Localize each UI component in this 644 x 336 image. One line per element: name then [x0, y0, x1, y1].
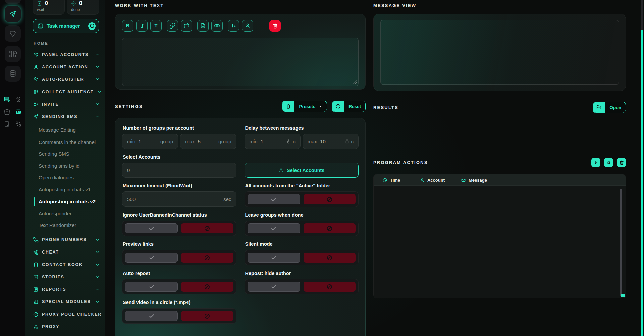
accounts-count-input[interactable]: 0 — [122, 163, 236, 178]
code-window-icon[interactable] — [15, 108, 22, 115]
rail-item-database[interactable] — [5, 66, 21, 82]
table-resize-handle[interactable] — [621, 294, 625, 297]
server-check-icon[interactable] — [4, 96, 10, 103]
open-results-button[interactable]: Open — [593, 102, 626, 113]
repeat-button[interactable] — [181, 20, 192, 32]
modules-icon — [33, 299, 39, 305]
sidebar-item-auto-register[interactable]: AUTO-REGISTER — [33, 73, 105, 86]
task-counters: 0 wait 0 done — [33, 0, 105, 15]
sidebar-subitem-autoresponder[interactable]: Autoresponder — [39, 208, 105, 220]
link-button[interactable] — [167, 20, 178, 32]
toggle-on-option[interactable] — [248, 223, 300, 233]
toggle-on-option[interactable] — [248, 194, 300, 204]
field-unit: group — [218, 138, 231, 144]
toggle-on-option[interactable] — [125, 223, 178, 233]
resize-handle-icon[interactable] — [353, 80, 357, 84]
doc-check-icon[interactable] — [4, 121, 10, 127]
on-off-toggle — [122, 250, 236, 265]
rail-item-hidden-top[interactable] — [5, 0, 21, 4]
sidebar-subitem-text-randomizer[interactable]: Text Randomizer — [39, 219, 105, 231]
done-counter-value: 0 — [79, 0, 82, 6]
groups-min-input[interactable]: min 1 group — [122, 134, 178, 149]
toggle-off-option[interactable] — [181, 223, 233, 233]
toggle-off-option[interactable] — [181, 253, 233, 263]
robot-button[interactable] — [211, 20, 223, 32]
play-button[interactable] — [591, 158, 600, 167]
delay-max-input[interactable]: max 10 c — [303, 134, 359, 149]
text-format-button[interactable] — [228, 20, 239, 32]
toggle-off-option[interactable] — [304, 253, 356, 263]
toggle-on-option[interactable] — [125, 282, 178, 292]
rail-item-commands[interactable] — [5, 46, 21, 62]
sidebar-item-invite[interactable]: INVITE — [33, 98, 105, 110]
sidebar-subitem-comments-in-the-channel[interactable]: Comments in the channel — [39, 136, 105, 148]
italic-button[interactable]: I — [136, 20, 148, 32]
sidebar-item-cheat[interactable]: CHEAT — [33, 246, 105, 259]
sidebar-subitem-message-editing[interactable]: Message Editing — [39, 124, 105, 136]
field-unit: group — [160, 138, 173, 144]
toggle-off-option[interactable] — [181, 311, 233, 321]
sidebar-item-special-modules[interactable]: SPECIAL MODULES — [33, 296, 105, 308]
sidebar-subitem-sending-sms[interactable]: Sending SMS — [39, 148, 105, 160]
task-manager-button[interactable]: Task manager — [33, 19, 99, 33]
webcam-icon[interactable] — [15, 96, 22, 103]
file-add-button[interactable] — [197, 20, 209, 32]
sidebar-subitem-sending-sms-by-id[interactable]: Sending sms by id — [39, 160, 105, 172]
stop-button[interactable] — [604, 158, 613, 167]
bold-button[interactable]: B — [122, 20, 133, 32]
rail-utility-grid — [4, 96, 22, 127]
rail-item-sender[interactable] — [5, 6, 21, 22]
settings-header-row: SETTINGS Presets Reset — [115, 101, 366, 112]
page-scrollbar-track[interactable] — [641, 0, 643, 336]
toggle-off-option[interactable] — [304, 223, 356, 233]
gear-icon[interactable] — [4, 108, 10, 115]
field-value: 1 — [261, 138, 263, 144]
rotate-ccw-icon — [332, 101, 344, 112]
toggle-on-option[interactable] — [248, 282, 300, 292]
user-icon — [245, 23, 251, 29]
table-scrollbar[interactable] — [620, 189, 622, 296]
delete-text-button[interactable] — [269, 20, 281, 32]
sidebar-item-label: PHONE NUMBERS — [42, 237, 92, 242]
sidebar-item-label: ACCOUNT ACTION — [42, 65, 92, 69]
sidebar-item-label: COLLECT AUDIENCE — [42, 90, 94, 94]
toggle-on-option[interactable] — [125, 253, 178, 263]
sidebar-item-account-action[interactable]: ACCOUNT ACTION — [33, 61, 105, 73]
right-column: MESSAGE VIEW RESULTS Open PROGRAM ACTION… — [373, 3, 626, 336]
sidebar-item-proxy[interactable]: PROXY — [33, 321, 105, 333]
reset-button[interactable]: Reset — [332, 101, 366, 112]
sidebar-subitem-autoposting-in-chats-v2[interactable]: Autoposting in chats v2 — [39, 195, 105, 208]
groups-max-input[interactable]: max 5 group — [180, 134, 236, 149]
select-accounts-button[interactable]: Select Accounts — [245, 163, 359, 178]
swap-icon[interactable] — [15, 121, 22, 127]
clear-log-button[interactable] — [617, 158, 626, 167]
setting-label: Ignore UserBannedInChannel status — [123, 212, 236, 218]
rail-item-premium[interactable] — [5, 25, 21, 42]
sidebar-item-proxy-pool-checker[interactable]: PROXY POOL CHECKER — [33, 308, 105, 321]
sidebar-item-reports[interactable]: REPORTS — [33, 283, 105, 296]
toggle-off-option[interactable] — [181, 282, 233, 292]
user-button[interactable] — [242, 20, 253, 32]
message-textarea[interactable] — [122, 38, 359, 86]
sidebar-item-collect-audience[interactable]: COLLECT AUDIENCE — [33, 86, 105, 98]
toggle-off-option[interactable] — [304, 194, 356, 204]
toggle-on-option[interactable] — [125, 311, 178, 321]
sidebar-subitem-autoposting-in-chats-v1[interactable]: Autoposting in chats v1 — [39, 184, 105, 196]
user-icon — [33, 64, 39, 70]
field-value: 500 — [127, 196, 136, 202]
page-scrollbar-thumb[interactable] — [641, 30, 643, 336]
sidebar-item-sending-sms[interactable]: SENDING SMS — [33, 110, 105, 123]
sidebar-item-panel-accounts[interactable]: PANEL ACCOUNTS — [33, 48, 105, 61]
stopwatch-icon — [286, 139, 291, 144]
presets-button[interactable]: Presets — [282, 101, 327, 112]
settings-panel: Number of groups per account min 1 group… — [115, 118, 366, 336]
toggle-on-option[interactable] — [248, 253, 300, 263]
sidebar-subitem-open-dialogues[interactable]: Open dialogues — [39, 172, 105, 184]
toggle-off-option[interactable] — [304, 282, 356, 292]
sidebar-item-stories[interactable]: STORIES — [33, 271, 105, 283]
delay-min-input[interactable]: min 1 c — [245, 134, 301, 149]
sidebar-item-contact-book[interactable]: CONTACT BOOK — [33, 259, 105, 271]
sidebar-item-phone-numbers[interactable]: PHONE NUMBERS — [33, 234, 105, 246]
flood-wait-input[interactable]: 500 sec — [122, 191, 236, 207]
text-button[interactable]: T — [150, 20, 162, 32]
